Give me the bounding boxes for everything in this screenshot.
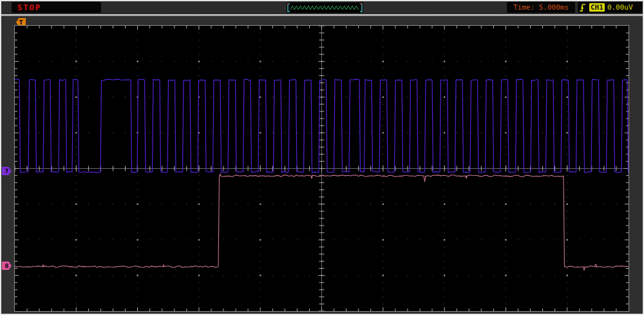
rising-edge-trigger-icon — [579, 3, 587, 13]
scope-display — [15, 26, 629, 311]
waveform-preview[interactable] — [287, 3, 363, 13]
acquisition-status-button[interactable]: STOP — [12, 2, 101, 13]
timebase-readout: Time: 5.000ms — [507, 2, 575, 13]
trigger-readout: CH1 0.00uV — [578, 2, 644, 13]
scope-graticule — [14, 25, 629, 312]
channel-8-level-marker[interactable]: 8 — [2, 262, 12, 270]
waveform-preview-thumbnail — [287, 3, 363, 13]
timebase-label: Time: 5.000ms — [513, 3, 569, 12]
acquisition-status-label: STOP — [17, 3, 41, 12]
channel-7-level-marker[interactable]: 7 — [2, 167, 12, 175]
oscilloscope-window: STOP Time: 5.000ms CH1 0.00uV T 7 8 — [0, 0, 644, 315]
trigger-position-label: T — [19, 19, 23, 26]
trigger-level-value: 0.00uV — [607, 3, 633, 12]
channel-8-label: 8 — [5, 263, 8, 269]
display-area: T 7 8 — [1, 16, 643, 314]
toolbar: STOP Time: 5.000ms CH1 0.00uV — [1, 1, 643, 14]
trigger-source-badge[interactable]: CH1 — [589, 3, 605, 12]
channel-7-label: 7 — [5, 168, 8, 175]
